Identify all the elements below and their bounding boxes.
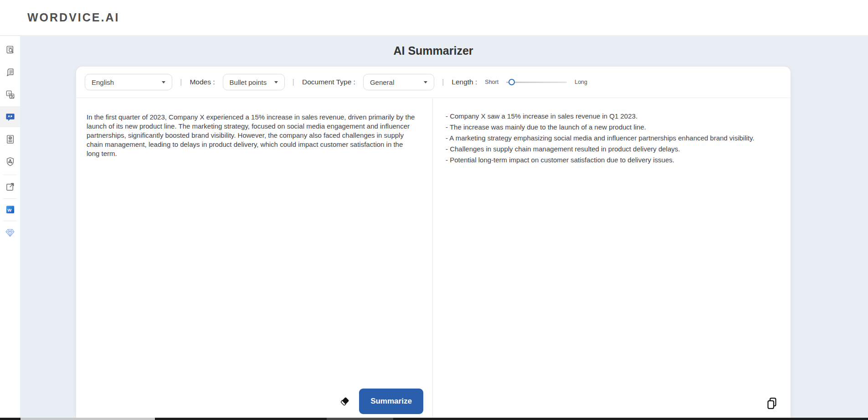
document-type-label: Document Type : [302,78,355,86]
input-panel: In the first quarter of 2023, Company X … [76,99,433,418]
summary-line: - A marketing strategy emphasizing socia… [446,134,774,143]
summarize-button[interactable]: Summarize [359,389,423,414]
summary-line: - The increase was mainly due to the lau… [446,123,774,132]
chevron-down-icon [424,81,427,83]
chevron-down-icon [162,81,165,83]
modes-label: Modes : [190,78,215,86]
language-select-value: English [92,78,114,86]
toolbar-separator: | [442,78,444,87]
source-text-input[interactable]: In the first quarter of 2023, Company X … [76,99,432,158]
length-slider-track[interactable] [506,82,567,83]
editor-panels: In the first quarter of 2023, Company X … [76,99,791,418]
svg-text:W: W [7,207,12,212]
sidebar-divider [3,175,17,175]
tool-sidebar: A [0,36,20,418]
sidebar-item-plagiarism-checker[interactable] [0,151,20,172]
toolbar-separator: | [293,78,294,87]
svg-text:A: A [7,91,10,95]
sidebar-item-proofreading[interactable] [0,39,20,60]
language-select[interactable]: English [85,74,172,90]
sidebar-item-ms-word-addin[interactable]: W [0,199,20,220]
sidebar-item-translation[interactable]: A [0,84,20,105]
length-long-label: Long [575,79,587,85]
summary-result: - Company X saw a 15% increase in sales … [433,99,791,165]
toolbar-separator: | [180,78,182,87]
scrollbar-segment [327,418,393,420]
sidebar-item-resume-check[interactable] [0,129,20,150]
clear-text-button[interactable] [338,394,352,408]
summary-line: - Potential long-term impact on customer… [446,156,774,165]
output-panel: - Company X saw a 15% increase in sales … [433,99,791,418]
summary-line: - Challenges in supply chain management … [446,145,774,154]
document-type-select[interactable]: General [363,74,434,90]
sidebar-item-external-link[interactable] [0,176,20,197]
top-header: WORDVICE.AI [0,0,868,36]
page-title: AI Summarizer [76,44,791,57]
input-actions: Summarize [338,389,423,414]
copy-icon [765,396,779,411]
document-type-select-value: General [370,78,394,86]
plagiarism-shield-icon [5,156,15,167]
wordvice-logo[interactable]: WORDVICE.AI [27,11,119,24]
length-label: Length : [452,78,477,86]
premium-diamond-icon [5,227,15,238]
scrollbar-thumb[interactable] [21,418,155,420]
sidebar-item-notes[interactable] [0,62,20,83]
summarizer-card: English | Modes : Bullet points | Docume… [76,67,791,418]
length-slider-thumb[interactable] [508,79,515,85]
horizontal-scrollbar[interactable] [0,418,868,420]
ms-word-icon: W [5,204,15,215]
eraser-icon [339,395,351,408]
length-short-label: Short [485,79,498,85]
chevron-down-icon [274,81,278,83]
sidebar-divider [3,221,17,221]
modes-select-value: Bullet points [230,78,267,86]
notes-icon [5,67,15,78]
copy-summary-button[interactable] [765,396,779,411]
length-slider[interactable] [506,78,567,86]
sidebar-item-ai-summarizer[interactable] [0,106,20,127]
translation-icon: A [5,89,15,100]
proofreading-search-icon [5,45,15,55]
resume-check-icon [5,134,15,145]
summary-line: - Company X saw a 15% increase in sales … [446,112,774,121]
summarizer-chat-icon [5,112,15,122]
sidebar-item-premium[interactable] [0,222,20,243]
external-link-icon [5,181,15,192]
modes-select[interactable]: Bullet points [223,74,285,90]
options-toolbar: English | Modes : Bullet points | Docume… [76,67,791,98]
